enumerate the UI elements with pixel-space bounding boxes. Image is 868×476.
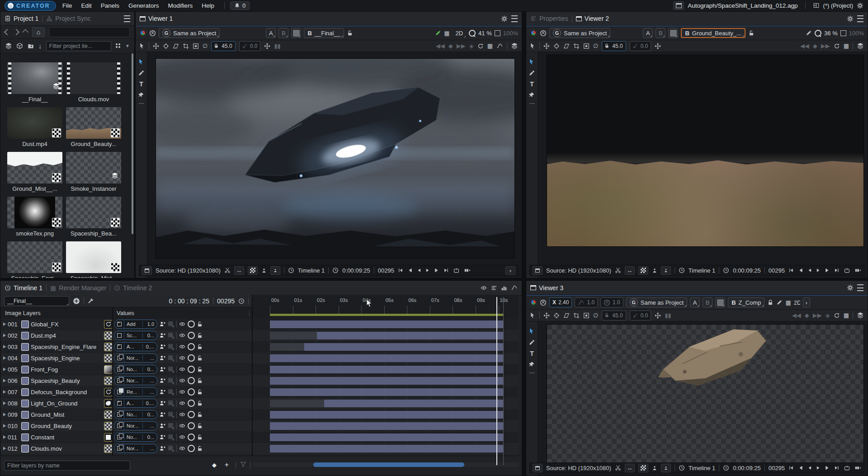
menu-item[interactable]: Help	[197, 2, 219, 9]
viewer3-menu-icon[interactable]	[857, 284, 863, 291]
parent-link-icon[interactable]	[159, 423, 166, 429]
tab-render-manager[interactable]: ▦ Render Manager	[50, 284, 106, 292]
layer-row[interactable]: 007 Defocus_Background Re... ...	[0, 386, 252, 398]
timeline-timecode[interactable]: 0 : 00 : 09 : 25	[169, 297, 210, 305]
align-layers-icon[interactable]	[491, 285, 497, 291]
mask-tool-icon[interactable]	[193, 43, 199, 49]
viewer3-channels-icon[interactable]: ▦	[785, 299, 791, 306]
layer-row[interactable]: 009 Ground_Mist No... 0...	[0, 409, 252, 420]
layer-row[interactable]: 012 Clouds.mov Nor... ...	[0, 443, 252, 454]
select-tool-icon[interactable]	[530, 42, 536, 49]
parent-link-icon[interactable]	[159, 355, 166, 361]
cube-icon[interactable]	[16, 42, 23, 49]
source-icon[interactable]	[533, 266, 542, 275]
viewer3-wipe-swatch[interactable]	[715, 297, 725, 307]
transform-link-icon[interactable]	[168, 400, 175, 407]
visibility-eye-icon[interactable]	[179, 344, 186, 350]
layout-icon[interactable]	[813, 3, 820, 9]
keyframe-icon[interactable]: ◈	[826, 312, 830, 319]
layer-thumbnail-icon[interactable]	[104, 377, 113, 385]
guides-icon[interactable]	[661, 266, 671, 275]
blend-mode-value[interactable]: Nor...	[124, 423, 143, 429]
expand-chevron-icon[interactable]	[3, 368, 6, 371]
expand-chevron-icon[interactable]	[3, 424, 6, 428]
solo-circle-icon[interactable]	[188, 445, 195, 452]
project-item[interactable]: smokeTex.png	[7, 197, 62, 241]
viewer2-a-input-button[interactable]: A	[643, 28, 653, 38]
crop-tool-icon[interactable]	[573, 43, 580, 49]
menu-item[interactable]: Generators	[124, 2, 164, 9]
layer-duration-bar[interactable]	[270, 434, 503, 441]
timecode-mode-icon[interactable]	[238, 298, 245, 304]
timecode-value[interactable]: 0:00:09:25	[733, 267, 760, 274]
layer-filter-input[interactable]: Filter layers by name	[4, 461, 130, 471]
solo-circle-icon[interactable]	[188, 332, 195, 339]
frame-counter[interactable]: 00295	[769, 267, 785, 274]
rotate-tool-icon[interactable]	[563, 312, 570, 319]
project-item-thumbnail[interactable]	[7, 241, 62, 273]
offset-field[interactable]: 0.0	[630, 41, 651, 51]
select-tool-icon[interactable]	[530, 312, 536, 319]
loop-icon[interactable]	[844, 268, 850, 273]
visibility-eye-icon[interactable]	[179, 321, 186, 327]
expand-chevron-icon[interactable]	[3, 322, 6, 326]
fit-width-icon[interactable]: ↔	[625, 464, 635, 472]
layer-duration-bar[interactable]	[270, 445, 503, 452]
layer-track-row[interactable]	[253, 364, 519, 375]
grid-snap-icon[interactable]: ▦	[844, 42, 849, 49]
rotate-tool-icon[interactable]	[173, 43, 179, 49]
tab-properties[interactable]: Properties	[530, 15, 568, 22]
notifications-button[interactable]: 0	[230, 1, 250, 10]
solo-circle-icon[interactable]	[188, 343, 195, 350]
layer-track-row[interactable]	[253, 398, 519, 409]
layer-stack-icon[interactable]	[857, 42, 864, 49]
columns-icon[interactable]: ▮▮	[665, 312, 671, 319]
layer-duration-bar[interactable]	[270, 377, 503, 385]
frame-counter[interactable]: 00295	[378, 267, 394, 274]
parent-link-icon[interactable]	[159, 445, 166, 452]
skip-start-icon[interactable]	[788, 268, 794, 273]
viewer2-ab-stack-button[interactable]: B	[656, 28, 665, 38]
layer-name[interactable]: Defocus_Background	[31, 389, 102, 396]
layer-name[interactable]: Spaceship_Beauty	[31, 377, 102, 384]
color-management-icon[interactable]	[530, 299, 537, 306]
anchor-tool-icon[interactable]	[163, 43, 169, 49]
viewer1-ab-stack-button[interactable]: B	[278, 28, 288, 38]
layer-row[interactable]: 005 Front_Fog No... 0...	[0, 364, 252, 375]
layer-color-swatch[interactable]	[21, 354, 29, 362]
blend-mode-value[interactable]: Sc...	[124, 333, 143, 338]
key-diamond-icon[interactable]: ◆	[813, 42, 817, 49]
layer-name[interactable]: Front_Fog	[31, 366, 102, 373]
profile-icon[interactable]	[501, 285, 507, 291]
project-item-thumbnail[interactable]	[7, 197, 62, 228]
pointer-tool-icon[interactable]	[529, 328, 535, 335]
opacity-value[interactable]: 1.0	[143, 321, 157, 327]
step-forward-icon[interactable]	[825, 268, 830, 273]
viewer3-annotate-icon[interactable]	[776, 299, 783, 306]
guides-icon[interactable]	[661, 464, 671, 472]
color-management-icon[interactable]	[530, 29, 537, 37]
viewer1-mode-select[interactable]: 2D	[452, 28, 466, 38]
menu-item[interactable]: File	[58, 2, 77, 9]
viewer1-wipe-swatch[interactable]	[291, 28, 301, 38]
transform-link-icon[interactable]	[168, 445, 175, 452]
viewer1-menu-icon[interactable]	[511, 15, 518, 22]
layer-track-row[interactable]	[253, 319, 519, 330]
move-tool-icon[interactable]	[543, 43, 550, 49]
transparency-icon[interactable]	[248, 266, 258, 275]
key-prev-icon[interactable]: ◀◀	[800, 42, 809, 49]
workspace-label[interactable]: (*) (Project)	[823, 2, 853, 9]
rotation-field[interactable]: 45.0	[211, 41, 235, 51]
nav-home-button[interactable]: ⌂	[32, 27, 45, 37]
layer-duration-bar[interactable]	[270, 411, 503, 419]
layer-row[interactable]: 001 Global_FX Add 1.0	[0, 319, 252, 330]
viewer2-settings-icon[interactable]	[847, 15, 854, 22]
project-item[interactable]: Clouds.mov	[66, 62, 121, 107]
breadcrumb[interactable]	[49, 27, 130, 37]
fit-width-icon[interactable]: ↔	[625, 266, 635, 275]
blend-mode-value[interactable]: No...	[124, 434, 143, 440]
pin-tool-icon[interactable]	[138, 92, 144, 98]
opacity-value[interactable]: 0....	[143, 344, 157, 349]
solo-circle-icon[interactable]	[188, 354, 195, 362]
layer-name[interactable]: Global_FX	[31, 321, 102, 328]
